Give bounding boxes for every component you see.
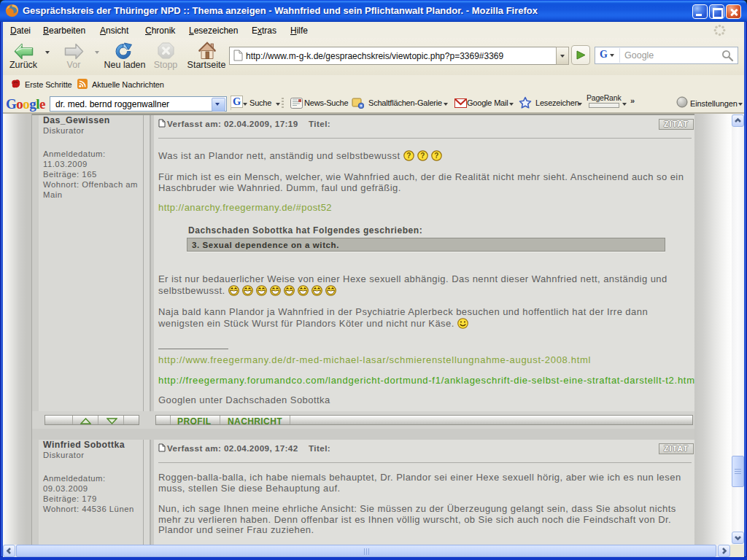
svg-text:?: ? — [406, 152, 411, 160]
svg-text:?: ? — [434, 152, 439, 160]
svg-text:?: ? — [420, 152, 425, 160]
